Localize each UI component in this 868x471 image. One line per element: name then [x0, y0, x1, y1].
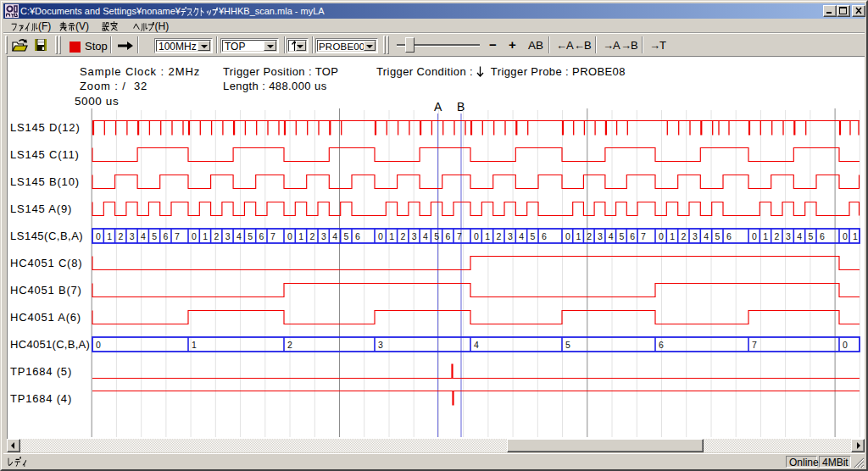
- svg-text:7: 7: [270, 231, 275, 241]
- svg-text:6: 6: [446, 231, 451, 241]
- svg-text:1: 1: [576, 231, 581, 241]
- svg-text:7: 7: [752, 340, 757, 350]
- svg-text:3: 3: [693, 231, 698, 241]
- svg-text:4: 4: [474, 340, 479, 350]
- svg-text:5: 5: [565, 340, 570, 350]
- svg-text:2: 2: [775, 231, 780, 241]
- svg-text:1: 1: [298, 231, 303, 241]
- svg-text:4: 4: [332, 231, 337, 241]
- svg-text:6: 6: [820, 231, 825, 241]
- svg-text:1: 1: [203, 231, 208, 241]
- svg-text:3: 3: [786, 231, 791, 241]
- svg-text:5: 5: [715, 231, 721, 241]
- svg-text:3: 3: [225, 231, 231, 241]
- svg-text:3: 3: [508, 231, 513, 241]
- svg-text:2: 2: [310, 231, 315, 241]
- svg-text:1: 1: [192, 340, 197, 350]
- svg-text:6: 6: [259, 231, 264, 241]
- svg-text:7: 7: [641, 231, 646, 241]
- svg-text:6: 6: [355, 231, 360, 241]
- svg-text:6: 6: [659, 340, 664, 350]
- svg-text:6: 6: [542, 231, 547, 241]
- svg-text:6: 6: [726, 231, 732, 241]
- svg-text:5: 5: [619, 231, 624, 241]
- svg-text:4: 4: [797, 231, 802, 241]
- svg-text:1: 1: [853, 231, 858, 241]
- svg-text:0: 0: [287, 231, 292, 241]
- svg-text:1: 1: [670, 231, 675, 241]
- svg-text:3: 3: [321, 231, 326, 241]
- svg-text:7: 7: [457, 231, 462, 241]
- svg-text:2: 2: [214, 231, 219, 241]
- svg-text:5: 5: [152, 231, 157, 241]
- svg-text:7: 7: [175, 231, 180, 241]
- svg-text:0: 0: [474, 231, 479, 241]
- svg-text:0: 0: [843, 340, 848, 350]
- svg-text:5: 5: [531, 231, 536, 241]
- svg-text:2: 2: [118, 231, 123, 241]
- svg-text:0: 0: [96, 340, 101, 350]
- svg-text:0: 0: [565, 231, 570, 241]
- svg-text:2: 2: [497, 231, 502, 241]
- svg-text:0: 0: [378, 231, 383, 241]
- svg-text:4: 4: [423, 231, 428, 241]
- svg-text:3: 3: [378, 340, 383, 350]
- svg-text:4: 4: [141, 231, 146, 241]
- svg-text:0: 0: [96, 231, 101, 241]
- svg-text:3: 3: [412, 231, 417, 241]
- svg-text:2: 2: [587, 231, 592, 241]
- svg-text:4: 4: [704, 231, 709, 241]
- svg-text:2: 2: [682, 231, 687, 241]
- svg-text:5: 5: [248, 231, 253, 241]
- svg-text:6: 6: [164, 231, 169, 241]
- svg-text:0: 0: [752, 231, 757, 241]
- svg-text:4: 4: [236, 231, 242, 241]
- svg-text:3: 3: [598, 231, 603, 241]
- svg-text:0: 0: [192, 231, 197, 241]
- svg-text:1: 1: [107, 231, 112, 241]
- svg-text:1: 1: [485, 231, 490, 241]
- svg-text:2: 2: [287, 340, 292, 350]
- svg-text:1: 1: [389, 231, 394, 241]
- svg-text:5: 5: [344, 231, 349, 241]
- svg-text:4: 4: [609, 231, 614, 241]
- svg-text:6: 6: [630, 231, 635, 241]
- svg-text:0: 0: [659, 231, 664, 241]
- svg-text:0: 0: [843, 231, 848, 241]
- svg-text:3: 3: [130, 231, 135, 241]
- svg-text:4: 4: [519, 231, 524, 241]
- svg-text:5: 5: [434, 231, 439, 241]
- svg-text:1: 1: [763, 231, 768, 241]
- svg-text:2: 2: [400, 231, 405, 241]
- svg-text:5: 5: [809, 231, 814, 241]
